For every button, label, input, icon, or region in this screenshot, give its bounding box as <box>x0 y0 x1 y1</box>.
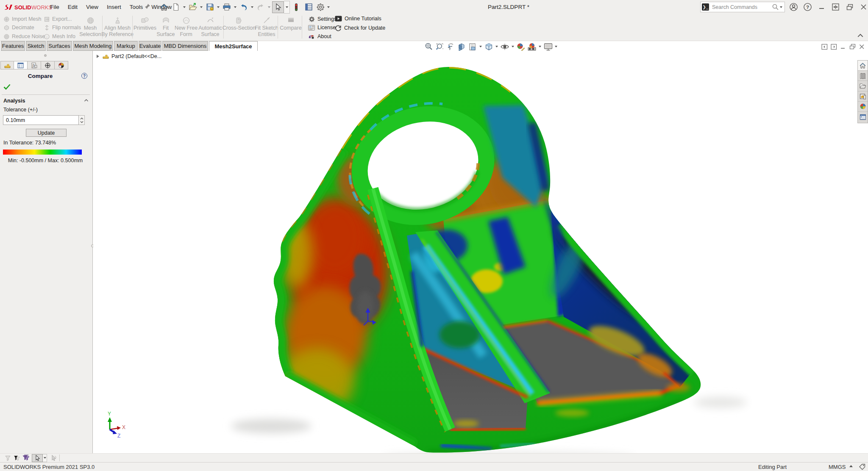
selection-filter-icon[interactable] <box>290 1 303 13</box>
feature-tree-icon[interactable] <box>0 61 14 69</box>
tag-icon[interactable] <box>859 463 866 470</box>
search-icon[interactable] <box>772 3 779 11</box>
save-icon[interactable]: 🔒 <box>204 1 215 13</box>
view-orientation-dropdown[interactable] <box>494 42 499 52</box>
select-cursor-icon[interactable] <box>272 1 284 13</box>
select-alt-icon[interactable] <box>50 454 58 462</box>
solidworks-resources-icon[interactable] <box>858 61 868 71</box>
apply-scene-icon[interactable] <box>526 42 537 52</box>
panel-help-icon[interactable]: ? <box>81 73 87 79</box>
ribbon-export[interactable]: Export... <box>44 15 72 23</box>
menu-insert[interactable]: Insert <box>103 4 125 10</box>
dimxpert-icon[interactable] <box>41 61 55 69</box>
menu-file[interactable]: File <box>46 4 64 10</box>
tab-mesh2surface[interactable]: Mesh2Surface <box>209 41 258 51</box>
minimize-icon[interactable] <box>815 0 829 14</box>
ribbon-license[interactable]: License <box>308 25 336 30</box>
3d-drawing-view-dropdown[interactable] <box>478 42 483 52</box>
edit-appearance-icon[interactable] <box>515 42 526 52</box>
search-commands-box[interactable]: ❯_ Search Commands <box>700 2 785 12</box>
search-dropdown[interactable] <box>780 6 782 8</box>
print-dropdown[interactable] <box>232 1 238 13</box>
home-icon[interactable] <box>158 1 170 13</box>
ribbon-mesh-info[interactable]: i Mesh Info <box>44 33 75 40</box>
filter-clear-icon[interactable] <box>3 454 12 462</box>
tab-mesh-modeling[interactable]: Mesh Modeling <box>73 41 113 51</box>
save-dropdown[interactable] <box>215 1 221 13</box>
configuration-icon[interactable]: β <box>28 61 41 69</box>
display-style-dropdown[interactable] <box>510 42 515 52</box>
view-orientation-icon[interactable] <box>483 42 494 52</box>
tab-evaluate[interactable]: Evaluate <box>139 41 161 51</box>
display-manager-icon[interactable] <box>55 61 68 69</box>
user-account-icon[interactable] <box>787 0 801 14</box>
ribbon-about[interactable]: About <box>308 33 331 39</box>
redo-icon[interactable] <box>255 1 266 13</box>
feature-tree-overlay[interactable]: Part2 (Default<<De... <box>97 53 161 59</box>
file-explorer-icon[interactable] <box>858 81 868 91</box>
analysis-collapse-icon[interactable] <box>84 99 89 102</box>
new-document-dropdown[interactable] <box>181 1 187 13</box>
menu-edit[interactable]: Edit <box>64 4 82 10</box>
doc-restore-icon[interactable] <box>849 44 856 50</box>
pane-left-icon[interactable] <box>821 44 828 50</box>
open-icon[interactable] <box>187 1 198 13</box>
options-gear-icon[interactable] <box>314 1 326 13</box>
tab-sketch[interactable]: Sketch <box>26 41 46 51</box>
filter-vertices-icon[interactable] <box>12 454 21 462</box>
3d-drawing-view-icon[interactable] <box>467 42 478 52</box>
zoom-to-area-icon[interactable] <box>434 42 445 52</box>
tab-markup[interactable]: Markup <box>114 41 138 51</box>
ribbon-reduce-noise[interactable]: Reduce Noise <box>3 33 45 40</box>
view-palette-icon[interactable] <box>858 91 868 102</box>
custom-properties-icon[interactable] <box>858 112 868 122</box>
property-manager-icon[interactable] <box>14 61 28 69</box>
section-view-icon[interactable] <box>456 42 467 52</box>
view-settings-dropdown[interactable] <box>554 42 559 52</box>
ribbon-import-mesh[interactable]: Import Mesh <box>3 15 41 23</box>
undo-icon[interactable] <box>238 1 249 13</box>
design-library-icon[interactable] <box>858 71 868 81</box>
status-units[interactable]: MMGS <box>829 464 846 470</box>
filter-faces-icon[interactable] <box>21 454 30 462</box>
select-tool-dropdown[interactable] <box>43 454 47 462</box>
units-dropdown-icon[interactable] <box>849 465 853 467</box>
panel-grip[interactable] <box>44 54 47 57</box>
tab-surfaces[interactable]: Surfaces <box>47 41 72 51</box>
ribbon-decimate[interactable]: Decimate <box>3 24 34 31</box>
redo-dropdown[interactable] <box>266 1 272 13</box>
panel-ok-icon[interactable] <box>3 84 11 90</box>
pin-icon[interactable] <box>144 3 151 10</box>
display-style-icon[interactable] <box>499 42 510 52</box>
expand-icon[interactable] <box>829 0 843 14</box>
analysis-section-header[interactable]: Analysis <box>3 98 25 104</box>
previous-view-icon[interactable] <box>445 42 456 52</box>
apply-scene-dropdown[interactable] <box>537 42 542 52</box>
ribbon-online-tutorials[interactable]: Online Tutorials <box>335 16 381 22</box>
compared-model-3d[interactable]: Y X Z <box>93 51 868 453</box>
undo-dropdown[interactable] <box>249 1 255 13</box>
tab-mbd-dimensions[interactable]: MBD Dimensions <box>162 41 208 51</box>
task-table-icon[interactable] <box>303 1 314 13</box>
ribbon-check-for-update[interactable]: Check for Update <box>335 25 385 31</box>
tolerance-input[interactable]: 0.10mm <box>3 115 79 125</box>
tolerance-spinner[interactable] <box>79 115 85 125</box>
select-dropdown[interactable] <box>284 1 290 14</box>
view-settings-icon[interactable] <box>542 42 554 52</box>
help-icon[interactable]: ? <box>801 0 815 14</box>
select-tool-icon[interactable] <box>32 454 43 462</box>
menu-view[interactable]: View <box>82 4 103 10</box>
close-icon[interactable] <box>857 0 868 14</box>
ribbon-collapse-icon[interactable] <box>857 33 864 39</box>
tree-expand-icon[interactable] <box>97 55 99 58</box>
restore-icon[interactable] <box>843 0 857 14</box>
doc-minimize-icon[interactable] <box>840 44 846 50</box>
update-button[interactable]: Update <box>26 129 67 137</box>
new-document-icon[interactable] <box>170 1 181 13</box>
graphics-viewport[interactable]: Y X Z Part2 (Default<<De... <box>93 51 868 453</box>
ribbon-settings[interactable]: Settings <box>308 16 337 22</box>
doc-close-icon[interactable] <box>859 44 865 50</box>
open-dropdown[interactable] <box>198 1 204 13</box>
pane-right-icon[interactable] <box>831 44 837 50</box>
print-icon[interactable] <box>221 1 232 13</box>
